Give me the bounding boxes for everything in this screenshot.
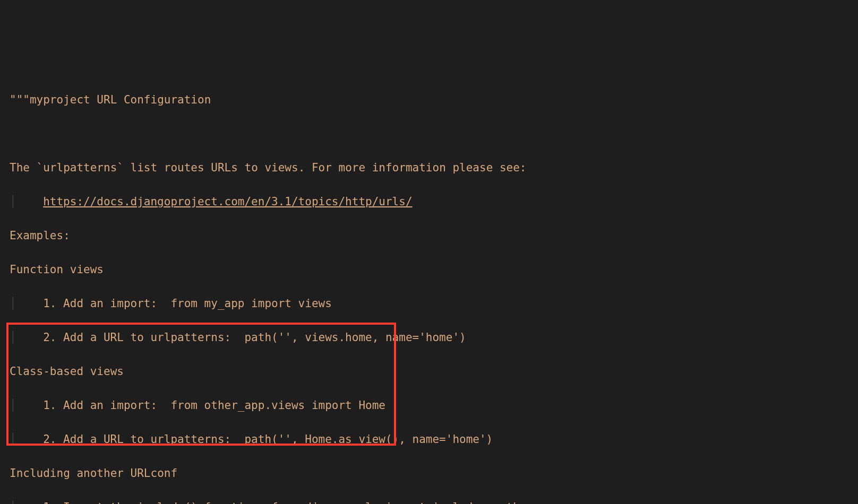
indent-guide: │ xyxy=(10,397,16,414)
code-editor[interactable]: """myproject URL Configuration The `urlp… xyxy=(10,74,848,504)
docstring-line: """myproject URL Configuration xyxy=(10,91,848,108)
indent-guide: │ xyxy=(10,295,16,312)
docstring-line: Examples: xyxy=(10,227,848,244)
docstring-line: │ 1. Add an import: from other_app.views… xyxy=(10,397,848,414)
docstring-line: │ https://docs.djangoproject.com/en/3.1/… xyxy=(10,193,848,210)
docstring-line: Function views xyxy=(10,261,848,278)
indent-guide: │ xyxy=(10,431,16,448)
indent-guide: │ xyxy=(10,499,16,504)
docstring-line: │ 1. Add an import: from my_app import v… xyxy=(10,295,848,312)
docstring-line: │ 1. Import the include() function: from… xyxy=(10,499,848,504)
indent-guide: │ xyxy=(10,329,16,346)
indent-guide: │ xyxy=(10,193,16,210)
docstring-line: │ 2. Add a URL to urlpatterns: path('', … xyxy=(10,329,848,346)
docstring-line: The `urlpatterns` list routes URLs to vi… xyxy=(10,159,848,176)
docstring-line: Including another URLconf xyxy=(10,465,848,482)
docstring-line: │ 2. Add a URL to urlpatterns: path('', … xyxy=(10,431,848,448)
docstring-line xyxy=(10,125,848,142)
docs-link[interactable]: https://docs.djangoproject.com/en/3.1/to… xyxy=(43,195,412,208)
docstring-line: Class-based views xyxy=(10,363,848,380)
